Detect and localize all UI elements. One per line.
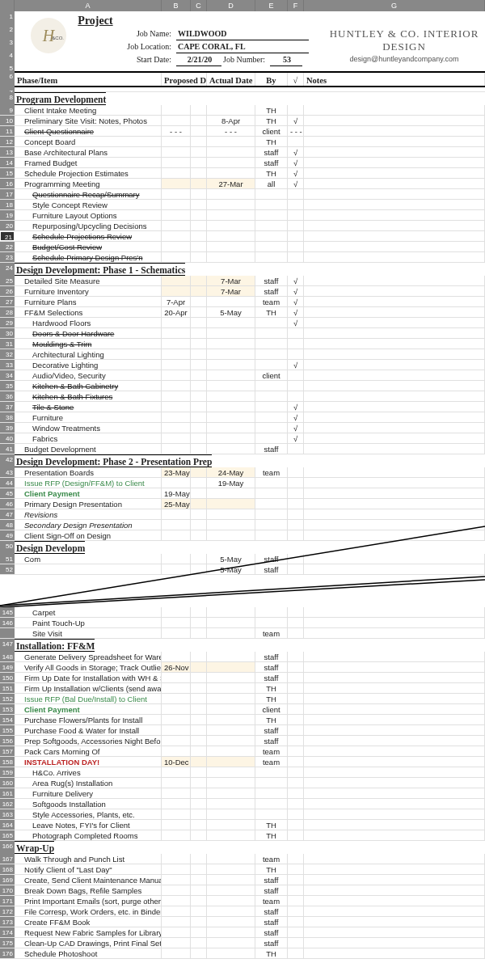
spreadsheet: A B C D E F G 1 2 3 4 5 H&CO. Project Jo… [0, 0, 485, 959]
table-row[interactable]: 23Schedule Primary Design Pres'n [0, 252, 485, 263]
table-row[interactable]: 36Kitchen & Bath Fixtures [0, 391, 485, 402]
hdr-by: By [255, 73, 288, 86]
company-logo: H&CO. [31, 18, 66, 53]
job-num[interactable]: 53 [270, 53, 302, 66]
table-row[interactable]: 20Repurposing/Upcycling Decisions [0, 221, 485, 231]
table-row[interactable]: 21Schedule Projections Review [0, 231, 485, 242]
col-d[interactable]: D [207, 0, 255, 11]
table-row[interactable]: 43Presentation Boards23-May24-Mayteam [0, 467, 485, 478]
table-row[interactable]: 22Budget/Cost Review [0, 242, 485, 252]
hdr-actual: Actual Date [207, 73, 255, 86]
brand-email: design@huntleyandcompany.com [309, 55, 485, 63]
table-row[interactable]: 13Base Architectural Plansstaff√ [0, 147, 485, 158]
table-row[interactable]: 154Purchase Flowers/Plants for InstallTH [0, 715, 485, 725]
project-header: H&CO. Project Job Name: Job Location: St… [15, 11, 485, 71]
table-row[interactable]: 27Furniture Plans7-Aprteam√ [0, 297, 485, 307]
hdr-phase: Phase/Item [15, 73, 162, 86]
table-row[interactable]: 35Kitchen & Bath Cabinetry [0, 381, 485, 391]
table-row[interactable]: 46Primary Design Presentation25-May [0, 499, 485, 509]
section-dd2: Design Development: Phase 2 - Presentati… [15, 454, 212, 467]
table-row[interactable]: 14Framed Budgetstaff√ [0, 158, 485, 168]
col-c[interactable]: C [191, 0, 207, 11]
section-installation: Installation: FF&M [15, 639, 95, 652]
section-program-development: Program Development [15, 92, 106, 105]
col-e[interactable]: E [255, 0, 288, 11]
brand-name: HUNTLEY & CO. INTERIOR DESIGN [309, 27, 485, 53]
job-num-label: Job Number: [221, 53, 270, 66]
table-row[interactable]: 163Style Accessories, Plants, etc. [0, 809, 485, 820]
table-row[interactable]: 26Furniture Inventory7-Marstaff√ [0, 286, 485, 297]
table-row[interactable]: 158INSTALLATION DAY!10-Decteam [0, 757, 485, 767]
table-row[interactable]: 17Questionnaire Recap/Summary [0, 189, 485, 200]
col-g[interactable]: G [304, 0, 485, 11]
hdr-check: √ [288, 73, 304, 86]
table-row[interactable]: 165Photograph Completed RoomsTH [0, 830, 485, 841]
table-row[interactable]: 37Tile & Stone√ [0, 402, 485, 412]
table-row[interactable]: 10Preliminary Site Visit: Notes, Photos8… [0, 116, 485, 126]
selectall-corner[interactable] [0, 0, 15, 11]
start-date[interactable]: 2/21/20 [176, 53, 221, 66]
table-header-row: Phase/Item Proposed Date Actual Date By … [15, 71, 485, 87]
table-row[interactable]: 160Area Rug(s) Installation [0, 778, 485, 788]
table-row[interactable]: 162Softgoods Installation [0, 799, 485, 809]
table-row[interactable]: 169Create, Send Client Maintenance Manua… [0, 875, 485, 885]
section-wrapup: Wrap-Up [15, 841, 54, 854]
column-headers: A B C D E F G [0, 0, 485, 11]
job-loc[interactable]: CAPE CORAL, FL [176, 40, 309, 53]
table-row[interactable]: 30Doors & Door Hardware [0, 328, 485, 339]
table-row[interactable]: 146Paint Touch-Up [0, 618, 485, 628]
table-row[interactable]: 16Programming Meeting27-Marall√ [0, 179, 485, 189]
table-row[interactable]: 176Schedule PhotoshootTH [0, 948, 485, 959]
table-row[interactable]: 170Break Down Bags, Refile Samplesstaff [0, 885, 485, 896]
table-row[interactable]: 39Window Treatments√ [0, 423, 485, 433]
table-row[interactable]: 18Style Concept Review [0, 200, 485, 210]
table-row[interactable]: 155Purchase Food & Water for Installstaf… [0, 725, 485, 736]
table-row[interactable]: 31Mouldings & Trim [0, 339, 485, 349]
table-row[interactable]: 145Carpet [0, 607, 485, 618]
table-row[interactable]: 164Leave Notes, FYI's for ClientTH [0, 820, 485, 830]
table-row[interactable]: 153Client Paymentclient [0, 704, 485, 715]
job-name[interactable]: WILDWOOD [176, 27, 309, 40]
start-date-label: Start Date: [15, 53, 176, 66]
svg-line-2 [0, 526, 485, 606]
table-row[interactable]: 45Client Payment19-May [0, 488, 485, 499]
table-row[interactable]: 168Notify Client of "Last Day"TH [0, 864, 485, 875]
table-row[interactable]: 174Request New Fabric Samples for Librar… [0, 927, 485, 938]
table-row[interactable]: 12Concept BoardTH [0, 137, 485, 147]
table-row[interactable]: 38Furniture√ [0, 412, 485, 423]
table-row[interactable]: 173Create FF&M Bookstaff [0, 917, 485, 927]
table-row[interactable]: 175Clean-Up CAD Drawings, Print Final Se… [0, 938, 485, 948]
table-row[interactable]: 171Print Important Emails (sort, purge o… [0, 896, 485, 906]
table-row[interactable]: 44Issue RFP (Design/FF&M) to Client19-Ma… [0, 478, 485, 488]
table-row[interactable]: 11Client Questionnaire- - -- - -client- … [0, 126, 485, 137]
table-row[interactable]: 161Furniture Delivery [0, 788, 485, 799]
table-row[interactable]: 40Fabrics√ [0, 433, 485, 444]
table-row[interactable]: 28FF&M Selections20-Apr5-MayTH√ [0, 307, 485, 318]
table-row[interactable]: 150Firm Up Date for Installation with WH… [0, 673, 485, 683]
table-row[interactable]: 15Schedule Projection EstimatesTH√ [0, 168, 485, 179]
col-f[interactable]: F [288, 0, 304, 11]
col-b[interactable]: B [162, 0, 191, 11]
table-row[interactable]: 34Audio/Video, Securityclient [0, 370, 485, 381]
col-a[interactable]: A [15, 0, 162, 11]
table-row[interactable]: 148Generate Delivery Spreadsheet for War… [0, 652, 485, 662]
table-row[interactable]: 29Hardwood Floors√ [0, 318, 485, 328]
table-row[interactable]: 41Budget Developmentstaff [0, 444, 485, 454]
table-row[interactable]: 25Detailed Site Measure7-Marstaff√ [0, 276, 485, 286]
table-row[interactable]: 156Prep Softgoods, Accessories Night Bef… [0, 736, 485, 746]
table-row[interactable]: 167Walk Through and Punch Listteam [0, 854, 485, 864]
table-row[interactable]: 149Verify All Goods in Storage; Track Ou… [0, 662, 485, 673]
table-row[interactable]: 172File Corresp, Work Orders, etc. in Bi… [0, 906, 485, 917]
table-row[interactable]: 151Firm Up Installation w/Clients (send … [0, 683, 485, 694]
section-dd1: Design Development: Phase 1 - Schematics [15, 263, 185, 276]
table-row[interactable]: 33Decorative Lighting√ [0, 360, 485, 370]
table-row[interactable]: Site Visitteam [0, 628, 485, 639]
table-row[interactable]: 159H&Co. Arrives [0, 767, 485, 778]
hdr-notes: Notes [304, 73, 485, 86]
table-row[interactable]: 9Client Intake MeetingTH [0, 105, 485, 116]
table-row[interactable]: 19Furniture Layout Options [0, 210, 485, 221]
table-row[interactable]: 157Pack Cars Morning Ofteam [0, 746, 485, 757]
table-row[interactable]: 152Issue RFP (Bal Due/Install) to Client… [0, 694, 485, 704]
hdr-proposed: Proposed Date [162, 73, 207, 86]
table-row[interactable]: 32Architectural Lighting [0, 349, 485, 360]
